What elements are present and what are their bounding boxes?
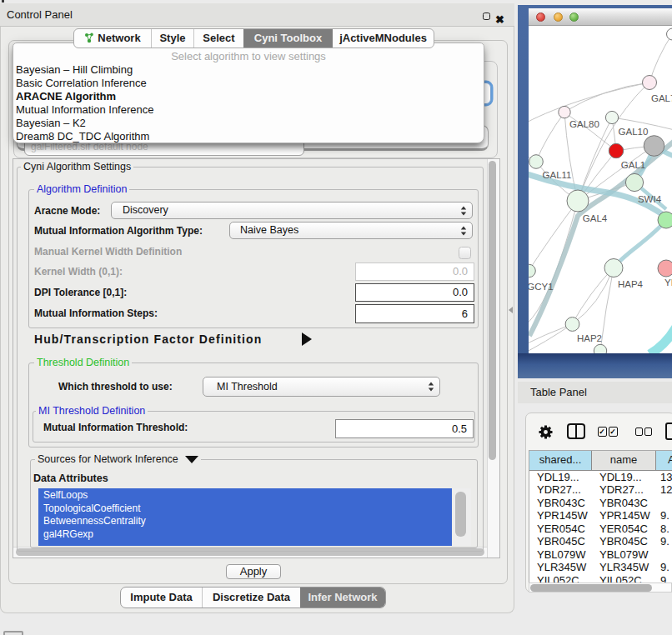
svg-text:GAL10: GAL10 <box>619 127 649 137</box>
svg-text:GAL1: GAL1 <box>621 160 645 170</box>
svg-text:GCY1: GCY1 <box>529 282 554 292</box>
svg-text:GAL4: GAL4 <box>583 213 608 223</box>
svg-text:HAP4: HAP4 <box>618 279 644 289</box>
svg-text:SWI4: SWI4 <box>638 194 662 204</box>
svg-text:HAP2: HAP2 <box>577 333 602 343</box>
svg-text:YL: YL <box>664 278 672 288</box>
svg-text:GAL7: GAL7 <box>651 93 672 103</box>
svg-text:GAL11: GAL11 <box>543 170 572 180</box>
svg-text:GAL80: GAL80 <box>569 119 599 129</box>
